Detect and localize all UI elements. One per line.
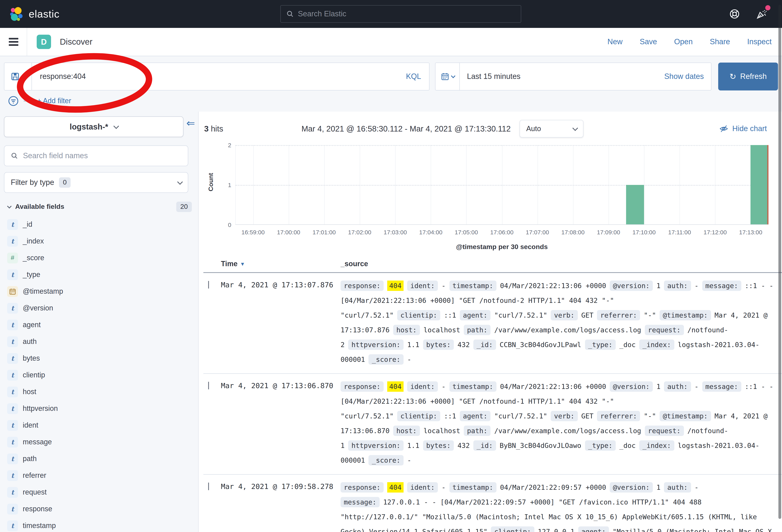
global-search-input[interactable]: [298, 9, 515, 18]
global-search[interactable]: [280, 5, 521, 23]
hide-chart-button[interactable]: Hide chart: [719, 124, 767, 134]
field-item-timestamp[interactable]: ttimestamp: [7, 517, 192, 532]
query-language-button[interactable]: KQL: [406, 72, 421, 81]
field-name: host: [23, 387, 36, 396]
doc-time: Mar 4, 2021 @ 17:13:07.876: [221, 273, 341, 373]
field-item-host[interactable]: thost: [7, 383, 192, 400]
expand-row-button[interactable]: [203, 273, 221, 373]
x-tick-label: 17:01:00: [313, 229, 336, 235]
collapse-sidebar-icon[interactable]: ⇐: [186, 117, 195, 129]
field-name-pill: clientip:: [397, 411, 440, 421]
field-value: 1: [656, 282, 661, 290]
field-name: _score: [23, 254, 44, 262]
field-item-type[interactable]: t_type: [7, 266, 192, 283]
action-share-link[interactable]: Share: [710, 37, 730, 46]
field-item-httpversion[interactable]: thttpversion: [7, 400, 192, 417]
x-tick-label: 17:11:00: [668, 229, 691, 235]
chevron-down-icon: [22, 74, 27, 78]
field-name-pill: request:: [645, 426, 684, 436]
expand-row-button[interactable]: [203, 374, 221, 474]
nav-menu-button[interactable]: [0, 28, 27, 56]
saved-query-menu-button[interactable]: [4, 63, 32, 90]
table-row: Mar 4, 2021 @ 17:13:07.876response:404id…: [203, 273, 782, 374]
doc-time: Mar 4, 2021 @ 17:09:58.278: [221, 474, 341, 532]
highlighted-value: 404: [387, 482, 403, 493]
time-range-value: Last 15 minutes: [467, 72, 521, 81]
field-value: _doc: [619, 442, 636, 450]
query-input[interactable]: response:404 KQL: [32, 63, 429, 90]
field-item-auth[interactable]: tauth: [7, 333, 192, 350]
field-item-timestamp[interactable]: @timestamp: [7, 283, 192, 300]
field-value: 432: [457, 442, 469, 450]
histogram-bar[interactable]: [626, 185, 644, 224]
action-open-link[interactable]: Open: [674, 37, 693, 46]
newsfeed-button[interactable]: [756, 8, 768, 20]
x-tick-label: 17:07:00: [526, 229, 549, 235]
field-search-input[interactable]: [23, 151, 181, 160]
field-value: /var/www/example.com/logs/access.log: [494, 427, 641, 435]
field-value: 04/Mar/2021:22:13:06 +0000: [500, 383, 606, 390]
field-search[interactable]: [4, 146, 188, 166]
filter-by-type-dropdown[interactable]: Filter by type 0: [4, 172, 188, 193]
elastic-logo[interactable]: elastic: [9, 6, 60, 22]
action-save-link[interactable]: Save: [640, 37, 657, 46]
field-item-id[interactable]: t_id: [7, 216, 192, 233]
field-value: GET: [581, 311, 593, 319]
index-pattern-selector[interactable]: logstash-*: [4, 116, 183, 137]
chevron-down-icon: [572, 125, 578, 131]
y-axis-ticks: 012: [203, 145, 231, 225]
time-column-header[interactable]: Time ▼: [221, 260, 341, 268]
x-tick-label: 17:09:00: [597, 229, 620, 235]
refresh-button[interactable]: ↻ Refresh: [718, 63, 778, 90]
field-item-clientip[interactable]: tclientip: [7, 367, 192, 383]
action-new-link[interactable]: New: [607, 37, 623, 46]
field-item-path[interactable]: tpath: [7, 450, 192, 467]
field-value: ::1: [444, 311, 456, 319]
histogram-bar[interactable]: [751, 145, 769, 224]
field-name: _type: [23, 270, 40, 279]
window-scrollbar[interactable]: [778, 5, 781, 519]
help-button[interactable]: [728, 8, 741, 20]
field-item-bytes[interactable]: tbytes: [7, 350, 192, 367]
highlighted-value: 404: [387, 381, 403, 392]
field-value: CCBN_3cB04dGovJLPawl: [500, 341, 581, 349]
date-type-icon: [7, 286, 18, 297]
number-type-icon: #: [7, 253, 18, 263]
action-inspect-link[interactable]: Inspect: [747, 37, 772, 46]
field-item-score[interactable]: #_score: [7, 250, 192, 266]
field-item-index[interactable]: t_index: [7, 233, 192, 250]
field-value: 432: [457, 341, 469, 349]
add-filter-button[interactable]: + Add filter: [37, 97, 71, 105]
x-tick-label: 17:06:00: [490, 229, 513, 235]
doc-source: response:404ident:-timestamp:04/Mar/2021…: [341, 273, 782, 373]
field-value: localhost: [424, 427, 460, 435]
field-name-pill: @version:: [610, 280, 653, 291]
field-name-pill: auth:: [664, 381, 691, 392]
field-item-response[interactable]: tresponse: [7, 500, 192, 517]
date-picker: Last 15 minutes Show dates: [435, 63, 711, 90]
field-name-pill: _score:: [369, 455, 403, 465]
elastic-logo-icon: [9, 6, 24, 22]
text-type-icon: t: [7, 269, 18, 280]
field-item-agent[interactable]: tagent: [7, 316, 192, 333]
field-item-version[interactable]: t@version: [7, 300, 192, 316]
field-name-pill: referrer:: [597, 411, 640, 421]
field-item-ident[interactable]: tident: [7, 417, 192, 433]
field-value: "-": [644, 311, 656, 319]
field-name-pill: _id:: [473, 340, 496, 350]
field-item-message[interactable]: tmessage: [7, 433, 192, 450]
app-badge[interactable]: D: [37, 35, 51, 49]
fields-list: t_idt_index#_scoret_type@timestampt@vers…: [4, 216, 192, 532]
time-range-button[interactable]: Last 15 minutes Show dates: [460, 63, 711, 90]
field-item-referrer[interactable]: treferrer: [7, 467, 192, 484]
available-fields-header[interactable]: Available fields 20: [4, 202, 192, 212]
show-dates-link[interactable]: Show dates: [664, 72, 704, 81]
gridline: [235, 145, 769, 146]
field-value: ByBN_3cB04dGovJLOawo: [500, 442, 581, 450]
date-picker-quick-menu[interactable]: [435, 63, 460, 90]
interval-select[interactable]: Auto: [520, 120, 583, 138]
field-name-pill: timestamp:: [449, 280, 496, 291]
expand-row-button[interactable]: [203, 474, 221, 532]
filter-icon[interactable]: [8, 96, 19, 106]
field-item-request[interactable]: trequest: [7, 484, 192, 500]
